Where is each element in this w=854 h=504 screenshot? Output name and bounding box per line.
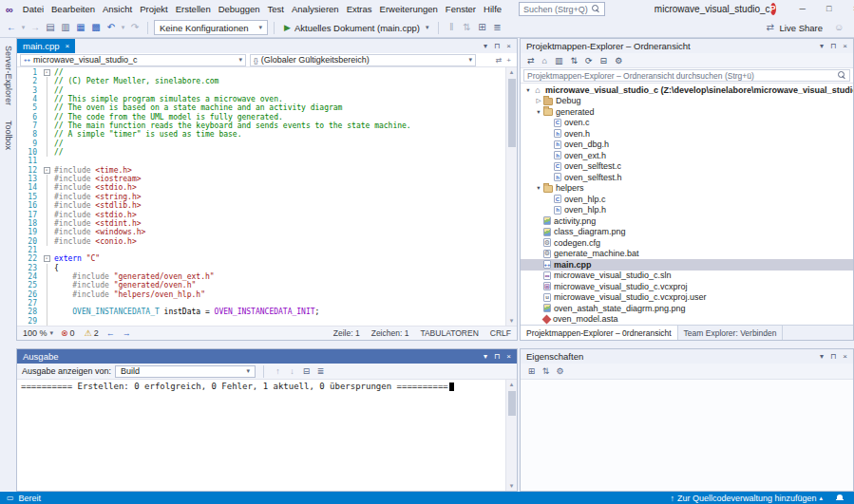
fold-collapse-icon[interactable]: - <box>44 69 50 76</box>
scope-dropdown[interactable]: {} (Globaler Gültigkeitsbereich) ▾ <box>250 54 476 66</box>
output-panel-header[interactable]: Ausgabe ▾⊓× <box>17 349 517 364</box>
collapse-all-icon[interactable]: ⊟ <box>600 56 608 65</box>
notifications-bell-icon[interactable] <box>836 494 844 502</box>
code-line[interactable]: 2// (C) Peter Mueller, sinelabore.com <box>17 77 505 85</box>
title-bar[interactable]: ∞ DateiBearbeitenAnsichtProjektErstellen… <box>0 0 854 18</box>
search-input[interactable]: Projektmappen-Explorer – Ordneransicht d… <box>523 69 850 82</box>
tree-item[interactable]: class_diagram.png <box>521 227 853 238</box>
code-line[interactable]: 26 #include "helpers/oven_hlp.h" <box>17 290 505 299</box>
alphabetical-icon[interactable]: ⇅ <box>540 366 552 376</box>
code-line[interactable]: 28 OVEN_INSTANCEDATA_T instData = OVEN_I… <box>17 308 505 316</box>
word-wrap-icon[interactable]: ≣ <box>314 366 327 376</box>
code-line[interactable]: 18#include <stdint.h> <box>17 219 505 228</box>
code-line[interactable]: 11 <box>17 157 505 165</box>
tree-item[interactable]: ▷Debug <box>521 96 853 107</box>
output-content[interactable]: ========== Erstellen: 0 erfolgreich, 0 F… <box>17 380 505 491</box>
code-line[interactable]: 15#include <string.h> <box>17 193 505 201</box>
panel-tab-1[interactable]: Projektmappen-Explorer – 0rdneransicht <box>521 326 678 340</box>
collapse-icon[interactable]: ▾ <box>534 184 543 192</box>
navigate-back-history-icon[interactable]: ▾ <box>20 19 27 36</box>
side-tab-server-explorer[interactable]: Server-Explorer <box>4 46 13 105</box>
fold-collapse-icon[interactable]: - <box>44 255 50 262</box>
clear-all-icon[interactable]: ⊟ <box>300 366 313 376</box>
warnings-indicator[interactable]: ⚠ 2 <box>83 328 99 338</box>
save-all-icon[interactable]: ▩ <box>89 19 103 36</box>
settings-icon[interactable]: ⚙ <box>615 56 622 65</box>
code-line[interactable]: 1-// <box>17 68 505 77</box>
quick-search-box[interactable]: Suchen (Strg+Q) <box>519 2 605 16</box>
errors-indicator[interactable]: ⊗ 0 <box>61 328 75 338</box>
menu-item-debuggen[interactable]: Debuggen <box>215 0 264 18</box>
home-icon[interactable]: ⌂ <box>542 56 547 65</box>
code-line[interactable]: 24 #include "generated/oven_ext.h" <box>17 272 505 281</box>
maximize-button[interactable]: □ <box>816 0 843 18</box>
live-share-button[interactable]: ⇄ Live Share <box>764 19 823 36</box>
close-icon[interactable]: × <box>66 43 70 50</box>
tree-item[interactable]: ⚙codegen.cfg <box>521 237 853 249</box>
tree-item[interactable]: hoven_ext.h <box>521 150 853 161</box>
close-pane-icon[interactable]: × <box>506 42 511 50</box>
navigate-back-icon[interactable]: ← <box>5 19 18 36</box>
auto-hide-icon[interactable]: ⊓ <box>830 352 836 361</box>
project-dropdown[interactable]: ++ microwave_visual_studio_c ▾ <box>20 54 246 66</box>
code-line[interactable]: 20#include <conio.h> <box>17 237 505 246</box>
eol-indicator[interactable]: CRLF <box>490 328 511 338</box>
refresh-icon[interactable]: ⟳ <box>585 56 593 65</box>
undo-history-icon[interactable]: ▾ <box>120 19 126 36</box>
auto-hide-icon[interactable]: ⊓ <box>830 42 836 50</box>
menu-item-bearbeiten[interactable]: Bearbeiten <box>47 0 99 18</box>
code-line[interactable]: 5// The oven is based on a state machine… <box>17 103 505 112</box>
code-line[interactable]: 7// The main function reads the keyboard… <box>17 121 505 130</box>
categorized-icon[interactable]: ⊞ <box>525 366 538 376</box>
code-line[interactable]: 16#include <stdlib.h> <box>17 201 505 210</box>
close-icon[interactable]: × <box>843 42 847 50</box>
scroll-down-icon[interactable]: ▾ <box>510 316 514 326</box>
tabs-indicator[interactable]: TABULATOREN <box>420 328 478 338</box>
tree-item[interactable]: umicrowave_visual_studio_c.vcxproj.user <box>521 292 853 304</box>
build-solution-icon[interactable]: ⊞ <box>475 19 488 36</box>
window-position-icon[interactable]: ▾ <box>484 352 487 361</box>
code-line[interactable]: 27 <box>17 299 505 308</box>
scroll-up-icon[interactable]: ▴ <box>510 67 514 77</box>
window-position-icon[interactable]: ▾ <box>820 42 824 50</box>
scroll-up-icon[interactable]: ▴ <box>510 380 514 389</box>
close-button[interactable]: × <box>843 0 854 18</box>
tree-item[interactable]: hoven_dbg.h <box>521 140 853 151</box>
tree-item[interactable]: hoven.h <box>521 128 853 140</box>
menu-item-erweiterungen[interactable]: Erweiterungen <box>376 0 442 18</box>
menu-item-fenster[interactable]: Fenster <box>442 0 480 18</box>
menu-item-analysieren[interactable]: Analysieren <box>288 0 343 18</box>
code-line[interactable]: 21 <box>17 246 505 254</box>
next-issue-button[interactable]: → <box>123 328 131 338</box>
account-avatar[interactable]: P <box>770 3 776 15</box>
prev-message-icon[interactable]: ↑ <box>272 366 284 376</box>
expand-icon[interactable]: ▷ <box>534 97 543 104</box>
collapse-icon[interactable]: ▾ <box>534 108 543 116</box>
open-file-icon[interactable]: ▥ <box>59 19 72 36</box>
minimize-button[interactable]: ─ <box>789 0 816 18</box>
configuration-dropdown[interactable]: Keine Konfigurationen ▾ <box>154 20 268 35</box>
menu-item-extras[interactable]: Extras <box>343 0 376 18</box>
code-line[interactable]: 25 #include "generated/oven.h" <box>17 281 505 289</box>
feedback-icon[interactable]: ☺ <box>832 19 845 36</box>
tree-item[interactable]: ∞microwave_visual_studio_c.sln <box>521 271 853 282</box>
switch-views-icon[interactable]: ⇄ <box>527 56 535 65</box>
code-line[interactable]: 6// The code from the UML model is fully… <box>17 113 505 121</box>
run-button[interactable]: ▶ Aktuelles Dokument (main.cpp) ▾ <box>280 23 432 33</box>
code-area[interactable]: 1-//2// (C) Peter Mueller, sinelabore.co… <box>17 67 505 326</box>
scrollbar-thumb[interactable] <box>508 79 516 147</box>
scrollbar-thumb[interactable] <box>508 391 516 416</box>
tree-item[interactable]: ⊞microwave_visual_studio_c.vcxproj <box>521 281 853 292</box>
swap-view-icon[interactable]: ⇄ <box>496 56 503 65</box>
auto-hide-icon[interactable]: ⊓ <box>494 42 500 50</box>
tree-item[interactable]: Coven_selftest.c <box>521 161 853 173</box>
tree-item[interactable]: ▾generated <box>521 106 853 118</box>
tree-item[interactable]: hoven_selftest.h <box>521 172 853 183</box>
code-line[interactable]: 12-#include <time.h> <box>17 166 505 175</box>
code-line[interactable]: 14#include <stdio.h> <box>17 183 505 192</box>
tab-main-cpp[interactable]: main.cpp × <box>17 39 75 53</box>
tree-item[interactable]: Coven.c <box>521 118 853 129</box>
editor-vertical-scrollbar[interactable]: ▴ ▾ <box>505 67 517 326</box>
menu-item-datei[interactable]: Datei <box>19 0 47 18</box>
break-all-icon[interactable]: ‖ <box>445 19 458 36</box>
